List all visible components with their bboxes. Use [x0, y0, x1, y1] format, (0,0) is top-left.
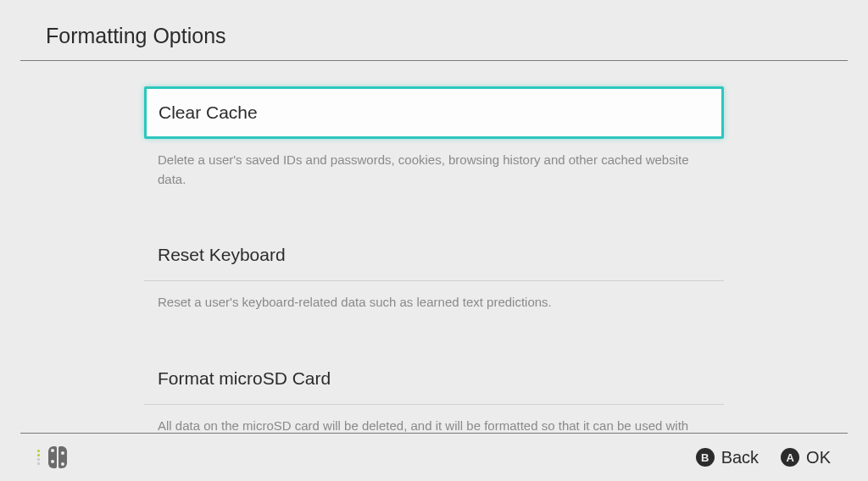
option-block-format-sd: Format microSD Card All data on the micr… — [144, 353, 724, 434]
option-label: Clear Cache — [159, 102, 258, 122]
option-label: Format microSD Card — [158, 368, 331, 388]
footer: B Back A OK — [0, 434, 868, 481]
b-button-icon: B — [696, 448, 715, 467]
option-reset-keyboard[interactable]: Reset Keyboard — [144, 229, 724, 281]
back-button[interactable]: B Back — [696, 448, 759, 467]
option-desc-format-sd: All data on the microSD card will be del… — [144, 405, 724, 434]
footer-left — [37, 446, 67, 468]
option-label: Reset Keyboard — [158, 245, 286, 264]
ok-label: OK — [806, 448, 831, 467]
header: Formatting Options — [0, 0, 868, 60]
joycon-right-icon — [58, 446, 67, 468]
joycon-left-icon — [48, 446, 57, 468]
option-block-clear-cache: Clear Cache Delete a user's saved IDs an… — [144, 86, 724, 189]
option-clear-cache[interactable]: Clear Cache — [144, 86, 724, 139]
controller-signal-icon — [37, 450, 40, 465]
option-format-sd[interactable]: Format microSD Card — [144, 353, 724, 405]
content-area: Clear Cache Delete a user's saved IDs an… — [0, 61, 868, 433]
option-block-reset-keyboard: Reset Keyboard Reset a user's keyboard-r… — [144, 229, 724, 312]
option-desc-reset-keyboard: Reset a user's keyboard-related data suc… — [144, 281, 724, 312]
back-label: Back — [721, 448, 759, 467]
screen: Formatting Options Clear Cache Delete a … — [0, 0, 868, 481]
controller-icon — [48, 446, 67, 468]
option-desc-clear-cache: Delete a user's saved IDs and passwords,… — [144, 139, 724, 189]
ok-button[interactable]: A OK — [781, 448, 831, 467]
a-button-icon: A — [781, 448, 799, 467]
page-title: Formatting Options — [46, 24, 868, 48]
footer-right: B Back A OK — [696, 448, 831, 467]
